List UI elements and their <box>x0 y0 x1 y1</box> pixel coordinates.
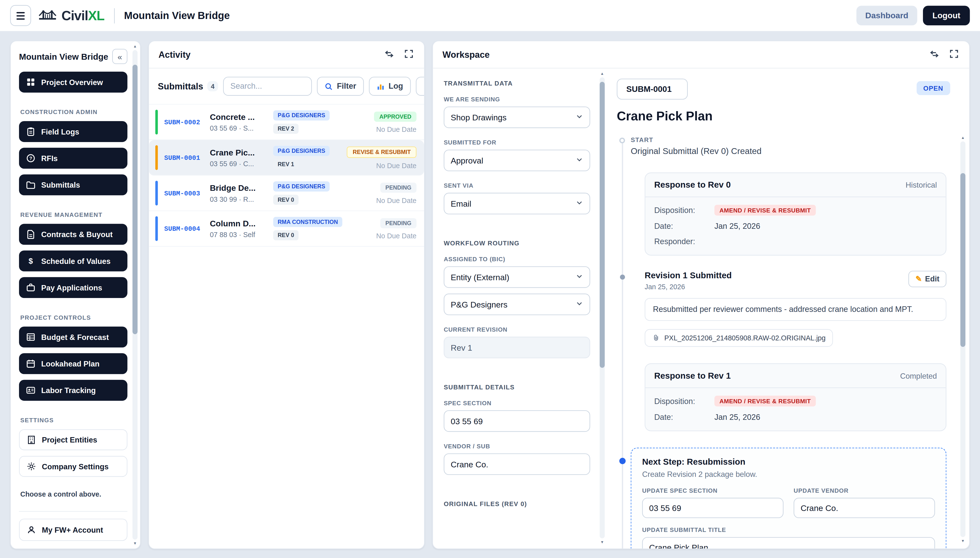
topbar: CivilXL Mountain View Bridge Dashboard L… <box>0 0 980 32</box>
sidebar-item-contracts-buyout[interactable]: Contracts & Buyout <box>19 224 128 245</box>
activity-panel-title: Activity <box>158 49 190 60</box>
scrollbar-track[interactable] <box>960 141 965 537</box>
sidebar-item-company-settings[interactable]: Company Settings <box>19 456 128 477</box>
expand-panel-button[interactable] <box>403 49 415 60</box>
attachment-chip[interactable]: PXL_20251206_214805908.RAW-02.ORIGINAL.j… <box>645 329 833 347</box>
submittal-id-box[interactable]: SUBM-0001 <box>617 79 688 100</box>
spec-section-input[interactable] <box>444 410 590 432</box>
scroll-up-icon[interactable]: ▲ <box>961 135 965 140</box>
sidebar-item-rfis[interactable]: ? RFIs <box>19 148 128 169</box>
scroll-up-icon[interactable]: ▲ <box>600 71 604 76</box>
search-icon <box>325 82 333 90</box>
current-revision-input <box>444 337 590 358</box>
status-badge: REVISE & RESUBMIT <box>347 146 417 158</box>
filter-button[interactable]: Filter <box>317 77 364 96</box>
sidebar-footer: My FW+ Account <box>19 511 128 541</box>
update-vendor-input[interactable] <box>794 498 935 518</box>
account-button[interactable]: My FW+ Account <box>19 519 128 541</box>
due-date: No Due Date <box>376 125 416 133</box>
id-card-icon <box>26 386 36 395</box>
edit-revision-button[interactable]: ✎ Edit <box>909 271 946 287</box>
submittal-row-subm-0001[interactable]: SUBM-0001 Crane Pic... 03 55 69 · C... P… <box>149 140 424 176</box>
search-input[interactable] <box>223 77 312 96</box>
activity-panel: Activity Submittals 4 <box>148 41 425 549</box>
timeline-dot-icon <box>619 458 625 464</box>
sidebar-item-project-overview[interactable]: Project Overview <box>19 72 128 93</box>
dashboard-button[interactable]: Dashboard <box>857 6 917 25</box>
brand-name: CivilXL <box>61 8 104 23</box>
expand-panel-button[interactable] <box>948 49 960 60</box>
cut-off-button[interactable] <box>416 77 424 96</box>
detail-scrollbar[interactable]: ▲ ▼ <box>960 135 966 543</box>
response-date: Jan 25, 2026 <box>714 222 760 231</box>
submittal-row-subm-0002[interactable]: SUBM-0002 Concrete ... 03 55 69 · S... P… <box>149 105 424 140</box>
update-spec-section-input[interactable] <box>642 498 783 518</box>
swap-horizontal-icon <box>384 49 394 59</box>
sidebar-item-budget-forecast[interactable]: Budget & Forecast <box>19 327 128 348</box>
sidebar-item-field-logs[interactable]: Field Logs <box>19 121 128 142</box>
swap-horizontal-icon <box>929 49 939 59</box>
swap-panels-button[interactable] <box>384 49 395 60</box>
submittal-row-subm-0004[interactable]: SUBM-0004 Column D... 07 88 03 · Self RM… <box>149 211 424 247</box>
tab-submittals[interactable]: Submittals 4 <box>158 81 218 91</box>
submitted-for-select[interactable]: Approval <box>444 149 590 171</box>
submittal-title: Column D... <box>210 219 269 228</box>
scroll-up-icon[interactable]: ▲ <box>133 44 137 49</box>
we-are-sending-select[interactable]: Shop Drawings <box>444 107 590 128</box>
submittal-row-subm-0003[interactable]: SUBM-0003 Bridge De... 03 30 99 · R... P… <box>149 176 424 211</box>
current-revision-label: CURRENT REVISION <box>444 326 590 333</box>
sidebar-item-submittals[interactable]: Submittals <box>19 174 128 195</box>
scroll-down-icon[interactable]: ▼ <box>961 538 965 543</box>
app-logo[interactable]: CivilXL <box>38 7 104 24</box>
sidebar-item-project-entities[interactable]: Project Entities <box>19 429 128 450</box>
sidebar-item-schedule-of-values[interactable]: $ Schedule of Values <box>19 251 128 271</box>
timeline-dot-icon <box>620 275 625 280</box>
submittal-subtitle: 03 55 69 · C... <box>210 160 269 167</box>
workspace-panel: Workspace TRANSMITTAL DATA WE ARE SENDIN… <box>432 41 970 549</box>
expand-icon <box>949 49 959 59</box>
sidebar: Mountain View Bridge « Project Overview … <box>10 41 141 549</box>
attachment-filename: PXL_20251206_214805908.RAW-02.ORIGINAL.j… <box>664 334 826 341</box>
svg-text:?: ? <box>29 156 32 161</box>
form-scrollbar[interactable]: ▲ ▼ <box>599 71 606 545</box>
scrollbar-track[interactable] <box>599 77 605 538</box>
svg-text:$: $ <box>28 257 33 265</box>
sidebar-scrollbar[interactable]: ▲ ▼ <box>132 44 138 546</box>
sidebar-item-lookahead-plan[interactable]: Lookahead Plan <box>19 353 128 374</box>
submittal-subtitle: 03 30 99 · R... <box>210 195 269 203</box>
log-button[interactable]: Log <box>369 77 411 96</box>
sidebar-item-pay-applications[interactable]: Pay Applications <box>19 277 128 298</box>
scroll-down-icon[interactable]: ▼ <box>600 540 604 545</box>
logout-button[interactable]: Logout <box>923 6 970 25</box>
swap-panels-button[interactable] <box>929 49 940 60</box>
workspace-panel-title: Workspace <box>442 49 490 60</box>
submittal-timeline: START Original Submittal (Rev 0) Created… <box>617 136 950 548</box>
menu-button[interactable] <box>10 5 31 26</box>
assigned-entity-select[interactable]: P&G Designers <box>444 294 590 315</box>
submittal-id: SUBM-0003 <box>164 189 210 197</box>
assigned-to-type-select[interactable]: Entity (External) <box>444 266 590 288</box>
section-heading-settings: SETTINGS <box>20 417 126 424</box>
open-status-badge: OPEN <box>916 81 950 95</box>
sent-via-select[interactable]: Email <box>444 193 590 214</box>
we-are-sending-label: WE ARE SENDING <box>444 96 590 103</box>
submittal-count-badge: 4 <box>207 81 218 91</box>
paperclip-icon <box>652 334 660 341</box>
sidebar-item-labor-tracking[interactable]: Labor Tracking <box>19 380 128 401</box>
submittal-title: Bridge De... <box>210 183 269 193</box>
grid-icon <box>26 77 36 87</box>
section-heading-revenue-management: REVENUE MANAGEMENT <box>20 211 126 218</box>
update-spec-section-label: UPDATE SPEC SECTION <box>642 487 783 494</box>
scrollbar-track[interactable] <box>133 50 138 540</box>
original-files-heading: ORIGINAL FILES (REV 0) <box>444 500 590 507</box>
sidebar-collapse-button[interactable]: « <box>112 49 127 64</box>
clipboard-icon <box>26 127 36 136</box>
status-badge: PENDING <box>380 218 416 228</box>
submittal-detail: SUBM-0001 OPEN Crane Pick Plan START Ori… <box>607 69 969 548</box>
historical-tag: Historical <box>906 180 937 189</box>
vendor-sub-input[interactable] <box>444 453 590 475</box>
start-label: START <box>631 136 950 143</box>
disposition-badge: AMEND / REVISE & RESUBMIT <box>714 396 816 407</box>
scroll-down-icon[interactable]: ▼ <box>133 541 137 546</box>
update-submittal-title-input[interactable] <box>642 537 935 548</box>
